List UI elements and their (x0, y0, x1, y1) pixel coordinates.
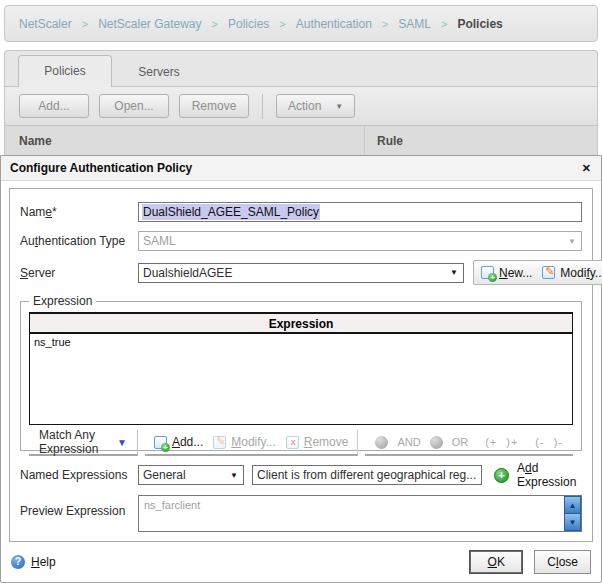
breadcrumb-item-authentication[interactable]: Authentication (296, 17, 372, 31)
name-input[interactable]: DualShield_AGEE_SAML_Policy (138, 202, 582, 222)
saml-policies-panel: Policies Servers Add... Open... Remove A… (4, 50, 598, 156)
authentication-type-select: SAML ▼ (138, 231, 582, 251)
category-select-value: General (143, 468, 186, 482)
open-button[interactable]: Open... (99, 94, 169, 118)
chevron-right-icon: > (382, 18, 388, 30)
add-expression-pre: A (517, 461, 525, 475)
new-server-button[interactable]: + New... (481, 266, 532, 280)
breadcrumb-item-netscaler[interactable]: NetScaler (19, 17, 72, 31)
breadcrumb-item-policies[interactable]: Policies (228, 17, 269, 31)
plus-icon: + (161, 443, 170, 452)
help-icon: ? (11, 555, 25, 569)
ok-button[interactable]: OK (469, 550, 523, 574)
new-label-post: ew... (508, 266, 533, 280)
name-row: Name* DualShield_AGEE_SAML_Policy (20, 202, 582, 222)
named-expression-category-select[interactable]: General ▼ (138, 465, 244, 485)
plus-icon: + (488, 273, 497, 282)
remove-button[interactable]: Remove (179, 94, 249, 118)
toolbar-divider (262, 94, 263, 119)
close-post: ose (559, 555, 578, 569)
action-dropdown-button[interactable]: Action ▼ (276, 94, 355, 118)
close-icon[interactable]: ✕ (582, 162, 591, 175)
configure-authentication-policy-dialog: Configure Authentication Policy ✕ Name* … (0, 155, 602, 583)
scroll-down-icon[interactable]: ▼ (564, 513, 581, 531)
name-label: Name* (20, 205, 138, 219)
and-operator-label: AND (397, 436, 420, 448)
add-expression-row-button[interactable]: + Add... (154, 435, 203, 449)
chevron-right-icon: > (279, 18, 285, 30)
tab-servers[interactable]: Servers (112, 57, 206, 86)
new-document-icon: + (154, 436, 167, 449)
new-label-mnemonic: N (499, 266, 508, 280)
help-mnemonic: H (31, 555, 40, 569)
tab-servers-label: Servers (138, 65, 179, 79)
ok-mnemonic: O (488, 555, 497, 569)
netscaler-screen: { "breadcrumb": { "separator": ">", "ite… (0, 0, 602, 583)
edit-pencil-icon: ✎ (213, 436, 226, 449)
preview-expression-label: Preview Expression (20, 495, 138, 518)
new-document-icon: + (481, 266, 494, 279)
breadcrumb-item-netscaler-gateway[interactable]: NetScaler Gateway (98, 17, 201, 31)
server-select-value: DualshieldAGEE (143, 266, 232, 280)
authentication-type-row: Authentication Type SAML ▼ (20, 231, 582, 251)
chevron-down-icon: ▼ (230, 471, 238, 480)
add-row-label: Add... (172, 435, 203, 449)
modify-row-label: Modify... (231, 435, 275, 449)
modify-label-pre: Modi (560, 266, 586, 280)
paren-open-plus-button: (+ (485, 436, 497, 448)
modify-label-post: y... (590, 266, 602, 280)
dialog-title: Configure Authentication Policy (10, 161, 192, 175)
modify-row-post: odify... (241, 435, 275, 449)
named-expression-select[interactable]: Client is from different geographical re… (252, 465, 482, 485)
preview-expression-row: Preview Expression ns_farclient ▲ ▼ (20, 495, 582, 532)
chevron-down-icon: ▼ (568, 237, 576, 246)
paren-close-minus-button: )- (554, 436, 563, 448)
scroll-up-icon[interactable]: ▲ (564, 496, 581, 513)
tab-policies-label: Policies (44, 64, 85, 78)
match-any-expression-dropdown[interactable]: Match Any Expression ▼ (29, 430, 138, 456)
add-expression-plus-icon[interactable]: + (494, 468, 509, 483)
breadcrumb-current: Policies (457, 17, 502, 31)
expression-edit-buttons: + Add... ✎ Modify... x Remove (145, 430, 359, 456)
pencil-glyph: ✎ (214, 435, 227, 448)
expression-row[interactable]: ns_true (30, 334, 572, 350)
or-operator-label: OR (452, 436, 469, 448)
auth-type-label-pre: Au (20, 234, 35, 248)
modify-button-label: Modify... (560, 266, 602, 280)
breadcrumb: NetScaler > NetScaler Gateway > Policies… (4, 5, 598, 42)
server-select[interactable]: DualshieldAGEE ▼ (138, 263, 464, 283)
remove-row-post: emove (312, 435, 348, 449)
add-row-mnemonic: A (172, 435, 180, 449)
paren-close-plus-button: )+ (506, 436, 518, 448)
named-expression-value: Client is from different geographical re… (257, 468, 476, 482)
remove-row-label: Remove (304, 435, 349, 449)
and-operator-icon (375, 436, 388, 449)
expression-group-legend: Expression (29, 294, 96, 308)
chevron-down-icon: ▼ (117, 437, 127, 448)
modify-row-mnemonic: M (231, 435, 241, 449)
server-label-post: erver (28, 266, 55, 280)
add-expression-button[interactable]: Add Expression (517, 461, 582, 489)
ok-post: K (497, 555, 505, 569)
column-header-name[interactable]: Name (5, 126, 365, 155)
close-button[interactable]: Close (534, 550, 591, 574)
remove-expression-row-button: x Remove (286, 435, 349, 449)
preview-expression-textarea[interactable]: ns_farclient ▲ ▼ (138, 495, 582, 532)
dialog-footer: ? Help OK Close (1, 542, 601, 582)
authentication-type-label: Authentication Type (20, 234, 138, 248)
preview-scrollbar: ▲ ▼ (564, 496, 581, 531)
add-button[interactable]: Add... (19, 94, 89, 118)
add-expression-mnemonic: d (525, 461, 532, 475)
help-button[interactable]: ? Help (11, 555, 56, 569)
tab-policies[interactable]: Policies (18, 55, 112, 87)
breadcrumb-item-saml[interactable]: SAML (398, 17, 431, 31)
expression-table-body[interactable]: ns_true (30, 334, 572, 424)
preview-expression-value: ns_farclient (144, 499, 200, 511)
column-header-rule[interactable]: Rule (365, 134, 403, 148)
expression-table: Expression ns_true (29, 312, 573, 425)
name-input-value: DualShield_AGEE_SAML_Policy (142, 204, 320, 220)
modify-server-button[interactable]: ✎ Modify... (542, 266, 602, 280)
name-label-post: * (52, 205, 57, 219)
red-x-glyph: x (287, 436, 300, 449)
server-row: Server DualshieldAGEE ▼ + New... ✎ Modif… (20, 260, 582, 285)
